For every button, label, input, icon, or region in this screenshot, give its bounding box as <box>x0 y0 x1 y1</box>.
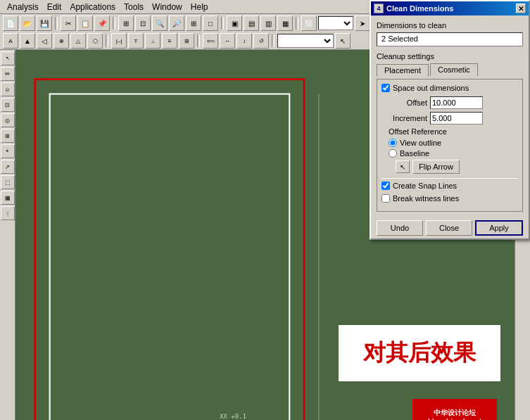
toolbar-t11[interactable]: ⊞ <box>179 33 194 49</box>
toolbar-t10[interactable]: ≡ <box>162 33 177 49</box>
break-witness-checkbox[interactable] <box>381 194 390 203</box>
toolbar-t13[interactable]: ↔ <box>220 33 235 49</box>
left-btn-8[interactable]: ↗ <box>1 160 15 174</box>
toolbar-fit[interactable]: ⊞ <box>186 15 201 31</box>
toolbar-b2[interactable]: ▤ <box>244 15 259 31</box>
increment-label: Increment <box>381 114 427 122</box>
left-btn-6[interactable]: ⊞ <box>1 129 15 143</box>
clean-dimensions-dialog: 4 Clean Dimensions ✕ Dimensions to clean… <box>370 0 530 240</box>
toolbar-t3[interactable]: ◁ <box>37 33 52 49</box>
chinese-text: 对其后效果 <box>363 338 476 369</box>
toolbar-zoom-out[interactable]: 🔎 <box>169 15 184 31</box>
offset-input[interactable] <box>430 96 483 109</box>
toolbar-b1[interactable]: ▣ <box>227 15 242 31</box>
toolbar-b3[interactable]: ▥ <box>260 15 276 31</box>
toolbar-new[interactable]: 📄 <box>3 15 18 31</box>
toolbar-window[interactable]: □ <box>203 15 218 31</box>
dialog-titlebar: 4 Clean Dimensions ✕ <box>371 1 529 15</box>
menu-analysis[interactable]: Analysis <box>3 1 43 13</box>
toolbar-t6[interactable]: ⬡ <box>87 33 103 49</box>
flip-icon-button[interactable]: ↖ <box>396 160 410 173</box>
tab-placement[interactable]: Placement <box>377 64 429 77</box>
create-snap-label: Create Snap Lines <box>393 182 457 190</box>
close-button[interactable]: Close <box>426 220 472 236</box>
break-witness-label: Break witness lines <box>393 194 459 203</box>
toolbar-t1[interactable]: A <box>3 33 18 49</box>
toolbar-select2[interactable] <box>277 34 334 48</box>
toolbar-t14[interactable]: ↕ <box>236 33 252 49</box>
watermark-text: 中华设计论坛bbs.chinade.net <box>428 408 481 421</box>
toolbar-open[interactable]: 📂 <box>20 15 35 31</box>
menu-tools[interactable]: Tools <box>120 1 148 13</box>
left-btn-10[interactable]: ▦ <box>1 191 15 205</box>
sep-7 <box>272 34 275 47</box>
left-btn-1[interactable]: ↖ <box>1 51 15 65</box>
toolbar-b4[interactable]: ▦ <box>277 15 293 31</box>
toolbar-t15[interactable]: ↺ <box>253 33 269 49</box>
left-btn-9[interactable]: ⬚ <box>1 175 15 189</box>
tab-cosmetic[interactable]: Cosmetic <box>430 63 478 76</box>
flip-arrow-button[interactable]: Flip Arrow <box>412 160 460 174</box>
dialog-body: Dimensions to clean 2 Selected Cleanup s… <box>371 15 529 217</box>
space-out-checkbox[interactable] <box>381 84 390 92</box>
toolbar-t5[interactable]: △ <box>70 33 86 49</box>
space-out-label: Space out dimensions <box>393 84 469 92</box>
chinese-text-box: 对其后效果 <box>339 325 500 381</box>
coord-line1: XX +0.1 <box>220 413 258 420</box>
sep-6 <box>197 34 200 47</box>
menu-applications[interactable]: Applications <box>65 1 120 13</box>
toolbar-t12[interactable]: ⟸ <box>203 33 218 49</box>
increment-row: Increment <box>381 112 518 125</box>
create-snap-checkbox[interactable] <box>381 182 390 190</box>
left-btn-2[interactable]: ✏ <box>1 67 15 81</box>
left-btn-5[interactable]: ◎ <box>1 113 15 127</box>
left-btn-7[interactable]: ⌖ <box>1 144 15 158</box>
toolbar-copy[interactable]: 📋 <box>77 15 93 31</box>
view-outline-row: View outline <box>381 139 518 147</box>
left-btn-3[interactable]: ⎉ <box>1 82 15 96</box>
baseline-radio[interactable] <box>389 149 397 158</box>
sep-5 <box>106 34 108 47</box>
selected-value[interactable]: 2 Selected <box>377 32 523 46</box>
dimensions-label: Dimensions to clean <box>377 21 523 30</box>
dialog-footer: Undo Close Apply <box>371 217 529 238</box>
left-btn-4[interactable]: ⊡ <box>1 98 15 112</box>
cleanup-label: Cleanup settings <box>377 52 523 61</box>
toolbar-t9[interactable]: ⟂ <box>145 33 160 49</box>
toolbar-cut[interactable]: ✂ <box>61 15 76 31</box>
undo-button[interactable]: Undo <box>377 220 423 236</box>
toolbar-t4[interactable]: ⊕ <box>53 33 69 49</box>
offset-ref-label: Offset Reference <box>381 127 518 136</box>
toolbar-save[interactable]: 💾 <box>37 15 52 31</box>
toolbar-b5[interactable]: ⬜ <box>301 15 317 31</box>
toolbar-cursor[interactable]: ↖ <box>335 33 351 49</box>
menu-window[interactable]: Window <box>148 1 187 13</box>
dialog-close-button[interactable]: ✕ <box>516 4 526 13</box>
toolbar-t7[interactable]: |–| <box>111 33 127 49</box>
sep-4 <box>296 17 298 30</box>
toolbar-paste[interactable]: 📌 <box>94 15 110 31</box>
toolbar-zoom-in[interactable]: 🔍 <box>152 15 168 31</box>
offset-label: Offset <box>381 98 427 107</box>
sep-2 <box>113 17 115 30</box>
menu-edit[interactable]: Edit <box>43 1 66 13</box>
increment-input[interactable] <box>430 112 483 125</box>
left-btn-11[interactable]: ⋮ <box>1 206 15 220</box>
toolbar-arrow[interactable]: ➤ <box>355 15 370 31</box>
create-snap-row: Create Snap Lines <box>381 182 518 190</box>
sep-3 <box>221 17 224 30</box>
break-witness-row: Break witness lines <box>381 194 518 203</box>
view-outline-radio[interactable] <box>389 139 397 147</box>
tab-placement-content: Space out dimensions Offset Increment Of… <box>377 79 523 212</box>
toolbar-t2[interactable]: ▲ <box>20 33 35 49</box>
layer-dropdown[interactable] <box>318 16 353 30</box>
coordinates: XX +0.1 XXX +0.01 XXX +0.001 <box>220 413 258 420</box>
toolbar-t8[interactable]: T <box>128 33 144 49</box>
toolbar-snap[interactable]: ⊡ <box>135 15 151 31</box>
apply-button[interactable]: Apply <box>475 220 523 236</box>
sep-1 <box>55 17 58 30</box>
baseline-label: Baseline <box>400 149 429 158</box>
menu-help[interactable]: Help <box>187 1 213 13</box>
svg-rect-1 <box>50 94 290 420</box>
toolbar-grid[interactable]: ⊞ <box>118 15 134 31</box>
